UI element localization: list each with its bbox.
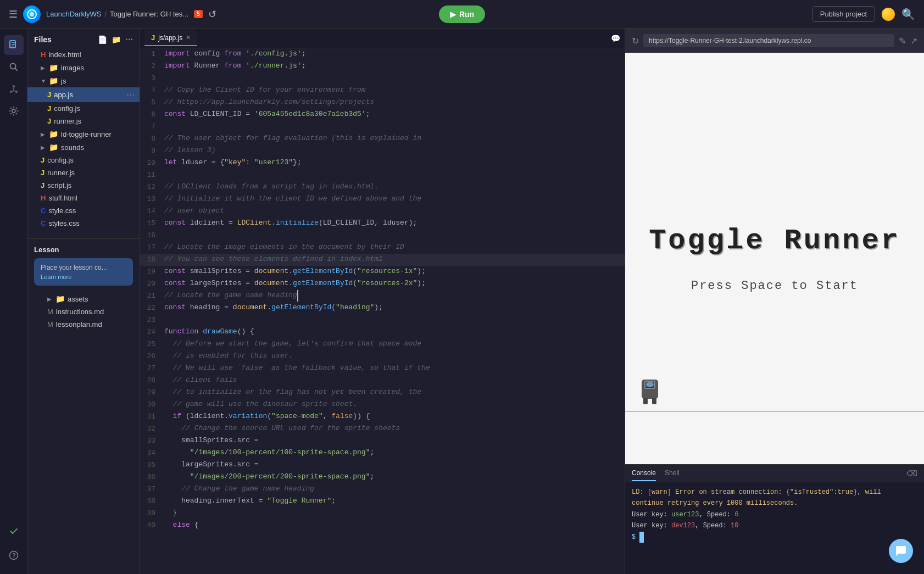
more-options-icon[interactable]: ⋯ [125, 35, 133, 44]
press-space-text: Press Space to Start [649, 279, 900, 293]
new-folder-icon[interactable]: 📁 [112, 35, 121, 44]
folder-item-sounds[interactable]: ▶ 📁 sounds [27, 141, 140, 154]
file-item-instructions-md[interactable]: M instructions.md [34, 305, 133, 318]
file-item-index-html[interactable]: H index.html [27, 48, 140, 61]
file-item-config-js-root[interactable]: J config.js [27, 154, 140, 166]
coin-icon[interactable] [882, 8, 895, 21]
files-icon-btn[interactable] [4, 35, 24, 55]
run-icon: ▶ [450, 10, 456, 19]
folder-name-js: js [61, 77, 66, 85]
check-icon-btn[interactable] [4, 521, 24, 541]
url-input[interactable] [643, 34, 894, 47]
folder-item-js[interactable]: ▼ 📁 js [27, 74, 140, 87]
open-external-icon[interactable]: ↗ [910, 36, 917, 46]
refresh-icon[interactable]: ↻ [632, 36, 639, 46]
new-file-icon[interactable]: 📄 [98, 35, 107, 44]
tab-app-js[interactable]: J js/app.js ✕ [144, 30, 197, 46]
code-line-4: 4 // Copy the Client ID for your environ… [140, 85, 625, 97]
game-content: Toggle Runner Press Space to Start [649, 225, 900, 293]
run-button[interactable]: ▶ Run [439, 5, 485, 23]
chat-bubble[interactable] [889, 539, 913, 563]
folder-icon-assets: 📁 [55, 294, 65, 303]
html-file-icon-stuff: H [41, 194, 46, 202]
svg-rect-5 [12, 46, 14, 47]
editor-area: J js/app.js ✕ 💬 1 import config from './… [140, 29, 625, 574]
sidebar-header-icons: 📄 📁 ⋯ [98, 35, 133, 44]
folder-item-images[interactable]: ▶ 📁 images [27, 61, 140, 74]
publish-button[interactable]: Publish project [812, 6, 875, 22]
console-tabs: Console Shell ⌫ [625, 465, 924, 482]
history-icon[interactable]: ↺ [208, 8, 216, 20]
search-sidebar-icon-btn[interactable] [4, 57, 24, 77]
code-line-14: 14 // user object [140, 205, 625, 218]
topbar: ☰ LaunchDarklyWS / Toggle Runner: GH tes… [0, 0, 924, 29]
tab-shell[interactable]: Shell [665, 466, 680, 481]
folder-item-ld-toggle-runner[interactable]: ▶ 📁 ld-toggle-runner [27, 127, 140, 141]
files-header: Files 📄 📁 ⋯ [27, 29, 140, 48]
file-name-index-html: index.html [48, 51, 81, 59]
file-item-runner-js-js[interactable]: J runner.js [27, 115, 140, 127]
css-file-icon-styles: C [41, 219, 46, 227]
tab-close-icon[interactable]: ✕ [186, 34, 191, 41]
lesson-banner[interactable]: Place your lesson co... Learn more [34, 258, 133, 286]
edit-url-icon[interactable]: ✎ [899, 36, 906, 46]
file-options-icon[interactable]: ⋯ [126, 90, 135, 100]
git-icon-btn[interactable] [4, 79, 24, 99]
js-file-icon-script: J [41, 181, 44, 190]
breadcrumb-separator: / [104, 10, 107, 18]
code-line-35: 35 largeSprites.src = [140, 459, 625, 471]
svg-line-7 [15, 68, 17, 70]
file-item-runner-js-root[interactable]: J runner.js [27, 166, 140, 179]
code-line-10: 10 let lduser = {"key": "user123"}; [140, 157, 625, 169]
svg-text:?: ? [12, 552, 16, 559]
file-item-styles-css[interactable]: C styles.css [27, 217, 140, 230]
folder-item-assets[interactable]: ▶ 📁 assets [34, 292, 133, 305]
code-line-9: 9 // lesson 3) [140, 145, 625, 157]
app-logo[interactable] [23, 5, 41, 23]
folder-arrow-js: ▼ [41, 78, 46, 84]
hamburger-icon[interactable]: ☰ [9, 8, 18, 20]
help-icon-btn[interactable]: ? [4, 545, 24, 565]
folder-arrow-sounds: ▶ [41, 144, 46, 151]
js-file-icon-runner-root: J [41, 169, 44, 177]
code-line-28: 28 // client fails [140, 375, 625, 387]
file-name-config-js-root: config.js [47, 156, 74, 164]
file-item-config-js-js[interactable]: J config.js [27, 102, 140, 115]
lesson-learn-more-link[interactable]: Learn more [41, 274, 126, 280]
files-title: Files [34, 35, 52, 44]
code-line-29: 29 // to initialize or the flag has not … [140, 387, 625, 399]
breadcrumb-file[interactable]: Toggle Runner: GH tes... [110, 10, 188, 18]
file-item-script-js[interactable]: J script.js [27, 179, 140, 192]
file-item-lessonplan-md[interactable]: M lessonplan.md [34, 318, 133, 331]
file-item-app-js[interactable]: J app.js ⋯ [27, 87, 140, 102]
code-editor[interactable]: 1 import config from './config.js'; 2 im… [140, 48, 625, 574]
console-line-3: User key: user123, Speed: 6 [632, 509, 917, 520]
clear-console-icon[interactable]: ⌫ [906, 469, 917, 478]
main-content: ? Files 📄 📁 ⋯ H index.html [0, 29, 924, 574]
topbar-right: Publish project 🔍 [492, 6, 915, 22]
code-line-18: 18 // You can see these elements defined… [140, 254, 625, 266]
chat-tab-icon[interactable]: 💬 [611, 34, 620, 43]
file-name-stuff-html: stuff.html [48, 194, 77, 202]
folder-arrow-images: ▶ [41, 65, 46, 71]
console-line-2: continue retrying every 1000 millisecond… [632, 498, 917, 509]
lesson-banner-title: Place your lesson co... [41, 264, 126, 271]
file-name-runner-js-in-js: runner.js [54, 117, 81, 125]
folder-name-ld: ld-toggle-runner [61, 130, 112, 138]
sidebar-main: Files 📄 📁 ⋯ H index.html ▶ 📁 ima [27, 29, 140, 574]
tab-console[interactable]: Console [632, 466, 656, 481]
project-name[interactable]: LaunchDarklyWS [46, 10, 101, 18]
code-line-30: 30 // game will use the dinosaur sprite … [140, 399, 625, 411]
search-icon[interactable]: 🔍 [901, 8, 915, 21]
settings-icon-btn[interactable] [4, 101, 24, 121]
html-file-icon: H [41, 51, 46, 59]
game-character [636, 374, 664, 409]
svg-rect-22 [652, 398, 656, 404]
file-item-stuff-html[interactable]: H stuff.html [27, 192, 140, 204]
code-line-23: 23 [140, 314, 625, 326]
code-line-38: 38 heading.innerText = "Toggle Runner"; [140, 495, 625, 508]
code-line-25: 25 // Before we start the game, let's co… [140, 338, 625, 350]
file-item-style-css[interactable]: C style.css [27, 204, 140, 217]
file-name-instructions-md: instructions.md [56, 308, 104, 316]
right-panel: ↻ ✎ ↗ Toggle Runner Press Space to Start [625, 29, 924, 574]
